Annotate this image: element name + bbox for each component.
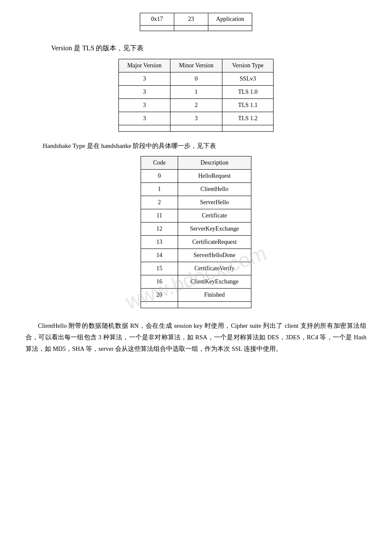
table-row: 15CertificateVerify bbox=[141, 262, 251, 275]
version-section-title: Version 是 TLS 的版本，见下表 bbox=[51, 44, 366, 53]
table-row: 12ServerKeyExchange bbox=[141, 223, 251, 236]
table-row: 1ClientHello bbox=[141, 183, 251, 196]
top-table: 0x1723Application bbox=[140, 13, 252, 31]
table-row bbox=[118, 125, 273, 132]
top-table-section: 0x1723Application bbox=[26, 13, 366, 31]
version-table: Major VersionMinor VersionVersion Type 3… bbox=[118, 59, 274, 132]
table-row: 16ClientKeyExchange bbox=[141, 275, 251, 289]
version-table-section: Major VersionMinor VersionVersion Type 3… bbox=[26, 59, 366, 132]
table-row: 33TLS 1.2 bbox=[118, 112, 273, 125]
table-row: 13CertificateRequest bbox=[141, 236, 251, 249]
table-row bbox=[141, 302, 251, 308]
table-row: 32TLS 1.1 bbox=[118, 99, 273, 112]
handshake-table-section: CodeDescription 0HelloRequest1ClientHell… bbox=[26, 156, 366, 308]
table-row bbox=[140, 26, 252, 31]
handshake-section-title: Handshake Type 是在 handshanke 阶段中的具体哪一步，见… bbox=[43, 142, 366, 150]
table-row: 14ServerHelloDone bbox=[141, 249, 251, 262]
table-row: 0HelloRequest bbox=[141, 170, 251, 183]
handshake-table: CodeDescription 0HelloRequest1ClientHell… bbox=[141, 156, 251, 308]
paragraph: ClientHello 附带的数据随机数据 RN，会在生成 session ke… bbox=[26, 320, 366, 354]
table-header-row: Major VersionMinor VersionVersion Type bbox=[118, 59, 273, 72]
table-header-row: CodeDescription bbox=[141, 156, 251, 170]
table-row: 11Certificate bbox=[141, 209, 251, 223]
table-row: 20Finished bbox=[141, 289, 251, 302]
table-row: 2ServerHello bbox=[141, 196, 251, 209]
table-row: 30SSLv3 bbox=[118, 72, 273, 86]
table-row: 0x1723Application bbox=[140, 13, 252, 26]
table-row: 31TLS 1.0 bbox=[118, 86, 273, 99]
